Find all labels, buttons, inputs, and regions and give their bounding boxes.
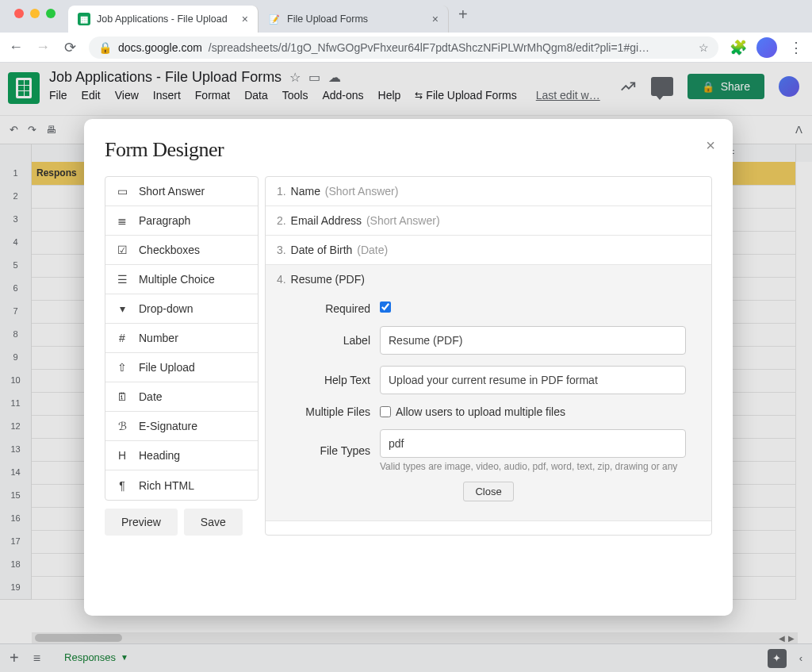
star-icon[interactable]: ☆ (699, 41, 709, 54)
form-fields-list: 1. Name (Short Answer) 2. Email Address … (265, 176, 712, 536)
palette-icon: ⇧ (115, 360, 129, 374)
field-item[interactable]: 2. Email Address (Short Answer) (266, 206, 711, 236)
required-checkbox[interactable] (380, 301, 391, 313)
palette-label: Multiple Choice (139, 273, 215, 286)
browser-tabstrip: ▦ Job Applications - File Upload × 📝 Fil… (0, 0, 812, 33)
dialog-close-button[interactable]: × (706, 136, 715, 155)
palette-icon: H (115, 448, 129, 463)
palette-icon: ☰ (115, 272, 129, 286)
form-designer-dialog: Form Designer × ▭Short Answer≣Paragraph☑… (84, 119, 733, 616)
palette-icon: # (115, 331, 129, 345)
reload-button[interactable]: ⟳ (62, 39, 78, 56)
palette-label: Checkboxes (139, 244, 200, 256)
palette-icon: ▾ (115, 301, 129, 316)
palette-icon: ¶ (115, 478, 129, 493)
minimize-window-button[interactable] (30, 9, 40, 18)
lock-icon: 🔒 (98, 41, 112, 54)
palette-label: Paragraph (139, 214, 190, 227)
field-item[interactable]: 1. Name (Short Answer) (266, 177, 711, 206)
palette-label: Date (139, 390, 163, 403)
multiple-files-text: Allow users to upload multiple files (396, 405, 565, 418)
url-host: docs.google.com (118, 41, 202, 54)
palette-icon: ≣ (115, 213, 129, 228)
tab-close-icon[interactable]: × (432, 13, 439, 25)
dialog-title: Form Designer (105, 138, 712, 162)
file-types-hint: Valid types are image, video, audio, pdf… (380, 461, 686, 472)
palette-label: Heading (139, 449, 180, 462)
help-text-input[interactable] (380, 366, 686, 394)
palette-item[interactable]: ▾Drop-down (105, 294, 258, 324)
new-tab-button[interactable]: + (449, 6, 477, 24)
palette-item[interactable]: #Number (105, 324, 258, 353)
field-close-button[interactable]: Close (463, 482, 513, 501)
field-properties: Required Label Help Text Multiple Files (277, 286, 700, 513)
tab-close-icon[interactable]: × (242, 13, 248, 25)
forward-button[interactable]: → (35, 39, 51, 56)
field-type-palette: ▭Short Answer≣Paragraph☑Checkboxes☰Multi… (105, 176, 259, 501)
tab-title: Job Applications - File Upload (97, 13, 228, 25)
label-label: Label (291, 334, 370, 347)
palette-label: Drop-down (139, 302, 193, 315)
multifiles-label: Multiple Files (291, 405, 370, 418)
field-item[interactable]: 3. Date of Birth (Date) (266, 236, 711, 265)
palette-item[interactable]: ☑Checkboxes (105, 236, 258, 265)
palette-item[interactable]: ⇧File Upload (105, 353, 258, 382)
browser-tab-inactive[interactable]: 📝 File Upload Forms × (259, 6, 449, 33)
palette-icon: 🗓 (115, 390, 129, 404)
extensions-icon[interactable]: 🧩 (730, 39, 745, 56)
palette-item[interactable]: ℬE-Signature (105, 412, 258, 441)
palette-icon: ▭ (115, 184, 129, 198)
forms-favicon-icon: 📝 (268, 13, 281, 25)
sheets-favicon-icon: ▦ (78, 13, 90, 25)
palette-item[interactable]: ≣Paragraph (105, 206, 258, 236)
filetypes-label: File Types (291, 444, 370, 457)
palette-label: Number (139, 332, 178, 344)
palette-item[interactable]: ☰Multiple Choice (105, 265, 258, 294)
palette-icon: ☑ (115, 243, 129, 257)
palette-label: Rich HTML (139, 479, 194, 492)
file-types-input[interactable] (380, 429, 686, 458)
profile-avatar[interactable] (756, 37, 777, 58)
palette-item[interactable]: 🗓Date (105, 382, 258, 412)
window-controls (14, 9, 56, 18)
multiple-files-checkbox[interactable] (380, 406, 391, 417)
url-path: /spreadsheets/d/1gO_NfwGOgPvFhxeur64lF7p… (209, 41, 649, 54)
palette-item[interactable]: ¶Rich HTML (105, 470, 258, 500)
palette-label: File Upload (139, 361, 195, 374)
close-window-button[interactable] (14, 9, 24, 18)
tab-title: File Upload Forms (287, 13, 368, 25)
palette-item[interactable]: ▭Short Answer (105, 177, 258, 206)
fullscreen-window-button[interactable] (46, 9, 56, 18)
helptext-label: Help Text (291, 374, 370, 386)
omnibox[interactable]: 🔒 docs.google.com /spreadsheets/d/1gO_Nf… (89, 36, 718, 59)
palette-label: Short Answer (139, 185, 205, 198)
palette-item[interactable]: HHeading (105, 441, 258, 470)
menu-icon[interactable]: ⋮ (788, 39, 804, 56)
preview-button[interactable]: Preview (105, 509, 178, 536)
required-label: Required (291, 302, 370, 315)
save-button[interactable]: Save (184, 509, 243, 536)
palette-icon: ℬ (115, 419, 129, 433)
back-button[interactable]: ← (8, 39, 24, 56)
address-bar: ← → ⟳ 🔒 docs.google.com /spreadsheets/d/… (0, 33, 812, 63)
palette-label: E-Signature (139, 420, 197, 432)
browser-tab-active[interactable]: ▦ Job Applications - File Upload × (68, 6, 259, 33)
field-label-input[interactable] (380, 326, 686, 355)
field-item-active[interactable]: 4. Resume (PDF) Required Label Help Text (266, 265, 711, 521)
